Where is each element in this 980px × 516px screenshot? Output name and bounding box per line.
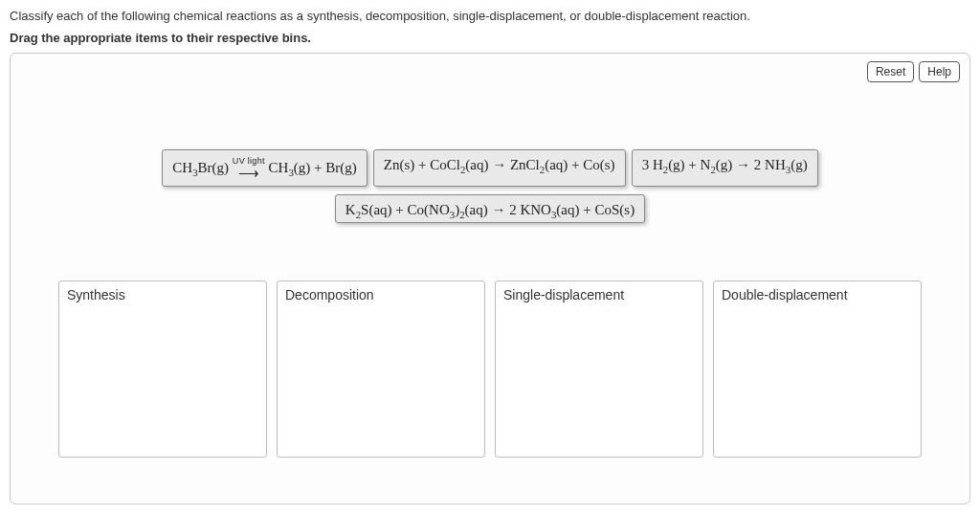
bin-title: Single-displacement [503, 287, 695, 303]
pool-row-1: CH3Br(g) UV light ⟶ CH3(g) + Br(g) Zn(s)… [162, 149, 817, 187]
reaction-text: 3 H2(g) + N2(g) → 2 NH3(g) [642, 157, 808, 172]
txt: (g) [791, 157, 808, 172]
txt: (g) + N [668, 157, 710, 172]
drag-item-k2s-conO3[interactable]: K2S(aq) + Co(NO3)2(aq) → 2 KNO3(aq) + Co… [335, 194, 645, 223]
reset-button[interactable]: Reset [867, 61, 914, 82]
reaction-text: K2S(aq) + Co(NO3)2(aq) → 2 KNO3(aq) + Co… [345, 202, 635, 217]
reaction-text: Zn(s) + CoCl2(aq) → ZnCl2(aq) + Co(s) [384, 157, 615, 172]
help-button[interactable]: Help [919, 61, 960, 82]
uv-arrow: UV light ⟶ [233, 156, 265, 182]
activity-panel: Reset Help CH3Br(g) UV light ⟶ CH3(g) + … [10, 53, 970, 505]
txt: S(aq) + Co(NO [361, 202, 450, 217]
bin-double-displacement[interactable]: Double-displacement [713, 280, 922, 458]
drag-item-pool: CH3Br(g) UV light ⟶ CH3(g) + Br(g) Zn(s)… [22, 149, 958, 223]
drag-item-h2-n2[interactable]: 3 H2(g) + N2(g) → 2 NH3(g) [632, 149, 818, 187]
txt: CH [269, 160, 289, 175]
txt: (aq) → 2 KNO [465, 202, 551, 217]
arrow-icon: ⟶ [236, 165, 261, 182]
question-text: Classify each of the following chemical … [10, 8, 970, 25]
txt: K [345, 202, 356, 217]
bin-decomposition[interactable]: Decomposition [277, 280, 485, 458]
drag-item-ch3br[interactable]: CH3Br(g) UV light ⟶ CH3(g) + Br(g) [162, 149, 367, 187]
bin-title: Synthesis [67, 287, 258, 303]
drag-item-zn-cocl2[interactable]: Zn(s) + CoCl2(aq) → ZnCl2(aq) + Co(s) [373, 149, 626, 187]
bin-title: Double-displacement [722, 287, 913, 303]
txt: (aq) + Co(s) [545, 157, 614, 172]
txt: 3 H [642, 157, 663, 172]
txt: (aq) → ZnCl [465, 157, 539, 172]
txt: CH [172, 160, 192, 175]
txt: Br(g) [198, 160, 230, 175]
bin-single-displacement[interactable]: Single-displacement [495, 280, 703, 458]
txt: (g) + Br(g) [294, 160, 357, 175]
top-buttons: Reset Help [867, 61, 960, 82]
txt: Zn(s) + CoCl [384, 157, 460, 172]
reaction-text: CH3Br(g) UV light ⟶ CH3(g) + Br(g) [172, 160, 356, 175]
pool-row-2: K2S(aq) + Co(NO3)2(aq) → 2 KNO3(aq) + Co… [335, 194, 645, 223]
bin-synthesis[interactable]: Synthesis [58, 280, 267, 458]
bins-row: Synthesis Decomposition Single-displacem… [22, 280, 958, 458]
txt: (g) → 2 NH [716, 157, 786, 172]
bin-title: Decomposition [285, 287, 477, 303]
instruction-text: Drag the appropriate items to their resp… [10, 31, 970, 45]
txt: (aq) + CoS(s) [556, 202, 635, 217]
